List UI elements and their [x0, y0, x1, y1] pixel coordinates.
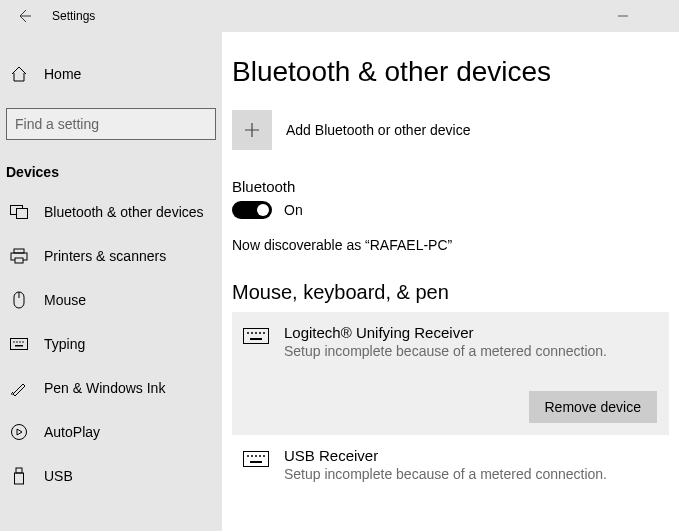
- remove-device-button[interactable]: Remove device: [529, 391, 658, 423]
- bluetooth-toggle[interactable]: [232, 201, 272, 219]
- minimize-button[interactable]: [603, 0, 643, 32]
- sidebar-item-label: Bluetooth & other devices: [44, 204, 204, 220]
- svg-point-20: [259, 332, 261, 334]
- device-name: Logitech® Unifying Receiver: [284, 324, 607, 341]
- home-icon: [10, 65, 28, 83]
- bluetooth-label: Bluetooth: [232, 178, 669, 195]
- titlebar: Settings: [0, 0, 679, 32]
- sidebar-item-label: Printers & scanners: [44, 248, 166, 264]
- add-device-button[interactable]: Add Bluetooth or other device: [232, 110, 669, 150]
- sidebar-item-label: Pen & Windows Ink: [44, 380, 165, 396]
- home-button[interactable]: Home: [0, 52, 222, 96]
- svg-point-17: [247, 332, 249, 334]
- svg-rect-4: [15, 258, 23, 263]
- device-name: USB Receiver: [284, 447, 607, 464]
- svg-rect-1: [17, 209, 28, 219]
- devices-icon: [10, 203, 28, 221]
- autoplay-icon: [10, 423, 28, 441]
- sidebar-item-mouse[interactable]: Mouse: [0, 278, 222, 322]
- sidebar: Home Devices Bluetooth & other devices P…: [0, 32, 222, 531]
- search-box[interactable]: [6, 108, 216, 140]
- printer-icon: [10, 247, 28, 265]
- pen-icon: [10, 379, 28, 397]
- window-title: Settings: [52, 9, 95, 23]
- svg-rect-2: [14, 249, 24, 253]
- usb-icon: [10, 467, 28, 485]
- svg-point-24: [247, 455, 249, 457]
- svg-rect-22: [250, 338, 262, 340]
- svg-point-18: [251, 332, 253, 334]
- sidebar-item-label: USB: [44, 468, 73, 484]
- svg-point-27: [259, 455, 261, 457]
- sidebar-item-label: Typing: [44, 336, 85, 352]
- mouse-icon: [10, 291, 28, 309]
- svg-rect-15: [15, 473, 24, 484]
- search-input[interactable]: [15, 116, 207, 132]
- sidebar-item-label: AutoPlay: [44, 424, 100, 440]
- svg-rect-7: [11, 339, 28, 350]
- device-section-head: Mouse, keyboard, & pen: [232, 281, 669, 304]
- sidebar-item-typing[interactable]: Typing: [0, 322, 222, 366]
- add-device-label: Add Bluetooth or other device: [286, 122, 470, 138]
- device-status: Setup incomplete because of a metered co…: [284, 343, 607, 359]
- svg-rect-14: [16, 468, 22, 473]
- device-item[interactable]: USB Receiver Setup incomplete because of…: [232, 435, 669, 494]
- home-label: Home: [44, 66, 81, 82]
- page-title: Bluetooth & other devices: [232, 56, 669, 88]
- main-content: Bluetooth & other devices Add Bluetooth …: [222, 32, 679, 531]
- svg-rect-23: [244, 452, 269, 467]
- svg-point-19: [255, 332, 257, 334]
- device-item-selected[interactable]: Logitech® Unifying Receiver Setup incomp…: [232, 312, 669, 435]
- sidebar-item-autoplay[interactable]: AutoPlay: [0, 410, 222, 454]
- keyboard-icon: [10, 335, 28, 353]
- svg-point-10: [19, 341, 21, 343]
- svg-point-13: [12, 425, 27, 440]
- svg-point-21: [263, 332, 265, 334]
- svg-rect-12: [15, 345, 23, 347]
- svg-point-8: [13, 341, 15, 343]
- sidebar-item-usb[interactable]: USB: [0, 454, 222, 498]
- sidebar-item-bluetooth[interactable]: Bluetooth & other devices: [0, 190, 222, 234]
- plus-icon: [232, 110, 272, 150]
- svg-rect-16: [244, 329, 269, 344]
- bluetooth-state: On: [284, 202, 303, 218]
- sidebar-item-pen[interactable]: Pen & Windows Ink: [0, 366, 222, 410]
- svg-point-11: [22, 341, 24, 343]
- toggle-knob: [257, 204, 269, 216]
- svg-point-28: [263, 455, 265, 457]
- keyboard-icon: [242, 449, 270, 469]
- sidebar-item-printers[interactable]: Printers & scanners: [0, 234, 222, 278]
- sidebar-section-label: Devices: [0, 156, 222, 190]
- device-status: Setup incomplete because of a metered co…: [284, 466, 607, 482]
- discoverable-text: Now discoverable as “RAFAEL-PC”: [232, 237, 669, 253]
- keyboard-icon: [242, 326, 270, 346]
- svg-point-25: [251, 455, 253, 457]
- back-button[interactable]: [8, 0, 40, 32]
- svg-point-26: [255, 455, 257, 457]
- sidebar-item-label: Mouse: [44, 292, 86, 308]
- svg-rect-29: [250, 461, 262, 463]
- svg-point-9: [16, 341, 18, 343]
